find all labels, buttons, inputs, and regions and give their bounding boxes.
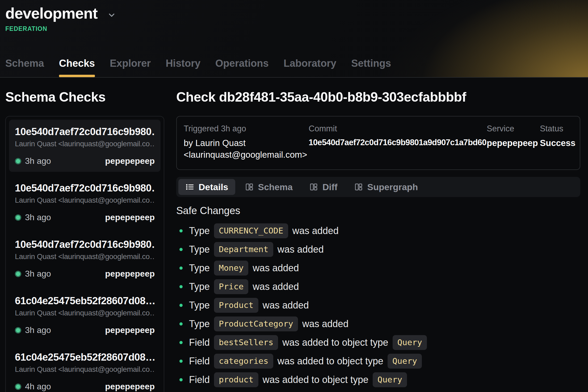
check-service: pepepepeep — [105, 156, 155, 166]
check-list-item[interactable]: 61c04e25475eb52f28607d08… Laurin Quast <… — [9, 289, 161, 341]
check-meta-row: 3h ago pepepepeep — [15, 269, 155, 279]
change-kind: Field — [189, 374, 210, 385]
change-text: was added — [253, 281, 299, 292]
change-text: was added — [263, 300, 309, 311]
tab-checks[interactable]: Checks — [59, 58, 95, 77]
project-header: development FEDERATION Schema Checks Exp… — [0, 0, 588, 78]
check-detail-panel: Check db28f481-35aa-40b0-b8b9-303ecfabbb… — [176, 78, 580, 392]
status-label: Status — [540, 124, 576, 134]
change-code-chip: Price — [214, 279, 248, 294]
commit-cell: Commit 10e540d7aef72c0d716c9b9801a9d907c… — [309, 124, 487, 160]
schema-checks-panel: Schema Checks 10e540d7aef72c0d716c9b980…… — [5, 78, 164, 392]
tab-explorer[interactable]: Explorer — [110, 58, 151, 77]
commit-label: Commit — [309, 124, 487, 134]
tab-details-label: Details — [199, 182, 228, 192]
bullet-icon — [179, 360, 183, 363]
check-meta-row: 3h ago pepepepeep — [15, 156, 155, 166]
columns-icon — [354, 182, 363, 191]
tab-supergraph[interactable]: Supergraph — [347, 179, 425, 195]
schema-checks-items: 10e540d7aef72c0d716c9b980… Laurin Quast … — [9, 120, 161, 392]
check-meta-row: 3h ago pepepepeep — [15, 325, 155, 335]
success-dot-icon — [15, 158, 21, 164]
check-list-item[interactable]: 10e540d7aef72c0d716c9b980… Laurin Quast … — [9, 232, 161, 285]
bullet-icon — [179, 304, 183, 307]
change-kind: Type — [189, 318, 210, 330]
check-author: Laurin Quast <laurinquast@googlemail.co… — [15, 140, 155, 148]
content: Schema Checks 10e540d7aef72c0d716c9b980…… — [0, 78, 588, 392]
tab-operations[interactable]: Operations — [215, 58, 269, 77]
change-kind: Type — [189, 225, 210, 236]
change-row: Field product was added to object type Q… — [176, 372, 580, 387]
check-service: pepepepeep — [105, 325, 155, 335]
bullet-icon — [179, 229, 183, 232]
change-text: was added to object type — [263, 374, 368, 385]
success-dot-icon — [15, 383, 21, 390]
bullet-icon — [179, 266, 183, 270]
check-list-item[interactable]: 10e540d7aef72c0d716c9b980… Laurin Quast … — [9, 176, 161, 228]
check-title: Check db28f481-35aa-40b0-b8b9-303ecfabbb… — [176, 89, 580, 105]
check-list-item[interactable]: 10e540d7aef72c0d716c9b980… Laurin Quast … — [9, 120, 161, 172]
success-dot-icon — [15, 327, 21, 333]
change-row: Field categories was added to object typ… — [176, 354, 580, 369]
change-row: Type Price was added — [176, 279, 580, 294]
check-id: 10e540d7aef72c0d716c9b980… — [15, 239, 155, 250]
check-time: 3h ago — [25, 156, 51, 166]
columns-icon — [245, 182, 254, 191]
change-row: Type CURRENCY_CODE was added — [176, 223, 580, 238]
change-text: was added to object type — [282, 337, 388, 348]
tab-settings[interactable]: Settings — [351, 58, 391, 77]
tab-history[interactable]: History — [166, 58, 200, 77]
list-icon — [185, 182, 194, 191]
main-nav: Schema Checks Explorer History Operation… — [5, 58, 588, 77]
status-cell: Status Success — [540, 124, 576, 160]
change-row: Type Money was added — [176, 261, 580, 276]
check-time: 3h ago — [25, 269, 51, 279]
change-kind: Type — [189, 244, 210, 255]
columns-icon — [309, 182, 318, 191]
change-row: Type Department was added — [176, 242, 580, 257]
service-cell: Service pepepepeep — [487, 124, 540, 160]
change-code-chip: Money — [214, 261, 248, 276]
check-author: Laurin Quast <laurinquast@googlemail.co… — [15, 252, 155, 261]
tab-schema-view-label: Schema — [258, 182, 293, 192]
change-code2-chip: Query — [388, 354, 422, 369]
service-label: Service — [487, 124, 540, 134]
change-code-chip: ProductCategory — [214, 316, 298, 331]
project-selector[interactable]: development — [5, 4, 588, 22]
tab-schema[interactable]: Schema — [5, 58, 44, 77]
triggered-value: by Laurin Quast <laurinquast@googlemail.… — [184, 137, 309, 160]
tab-laboratory[interactable]: Laboratory — [284, 58, 336, 77]
check-author: Laurin Quast <laurinquast@googlemail.co… — [15, 196, 155, 205]
bullet-icon — [179, 322, 183, 326]
change-text: was added to object type — [278, 356, 383, 367]
tab-diff[interactable]: Diff — [302, 179, 345, 195]
check-info-box: Triggered 3h ago by Laurin Quast <laurin… — [176, 116, 580, 170]
tab-details[interactable]: Details — [178, 179, 235, 195]
chevron-down-icon[interactable] — [107, 11, 116, 20]
change-row: Field bestSellers was added to object ty… — [176, 335, 580, 350]
triggered-cell: Triggered 3h ago by Laurin Quast <laurin… — [184, 124, 309, 160]
change-row: Type ProductCategory was added — [176, 316, 580, 331]
change-text: was added — [292, 225, 339, 236]
check-list-item[interactable]: 61c04e25475eb52f28607d08… Laurin Quast <… — [9, 345, 161, 392]
check-id: 10e540d7aef72c0d716c9b980… — [15, 182, 155, 194]
check-id: 61c04e25475eb52f28607d08… — [15, 352, 155, 363]
check-service: pepepepeep — [105, 382, 155, 391]
schema-checks-list: 10e540d7aef72c0d716c9b980… Laurin Quast … — [5, 116, 164, 392]
change-code-chip: CURRENCY_CODE — [214, 223, 288, 238]
tab-diff-label: Diff — [322, 182, 338, 192]
change-code-chip: Department — [214, 242, 273, 257]
bullet-icon — [179, 378, 183, 381]
check-author: Laurin Quast <laurinquast@googlemail.co… — [15, 309, 155, 317]
check-meta-row: 4h ago pepepepeep — [15, 382, 155, 391]
change-text: was added — [302, 318, 348, 330]
tab-schema-view[interactable]: Schema — [238, 179, 300, 195]
bullet-icon — [179, 285, 183, 288]
page: development FEDERATION Schema Checks Exp… — [0, 0, 588, 392]
check-id: 61c04e25475eb52f28607d08… — [15, 295, 155, 307]
check-meta-row: 3h ago pepepepeep — [15, 212, 155, 222]
bullet-icon — [179, 341, 183, 344]
check-time: 3h ago — [25, 212, 51, 222]
change-kind: Type — [189, 281, 210, 292]
check-author: Laurin Quast <laurinquast@googlemail.co… — [15, 365, 155, 374]
